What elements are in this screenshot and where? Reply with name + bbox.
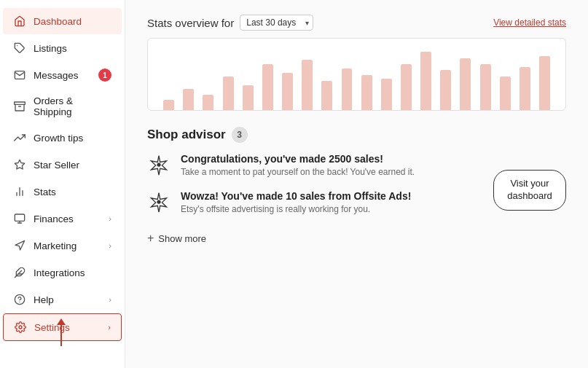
sidebar-item-integrations[interactable]: Integrations xyxy=(3,259,122,286)
advisor-starburst-icon-1 xyxy=(147,190,170,214)
stats-period-dropdown[interactable]: Last 30 days xyxy=(240,15,313,31)
stats-chart xyxy=(147,38,566,111)
sidebar-item-finances[interactable]: Finances › xyxy=(3,205,122,232)
advisor-text-0: Congratulations, you've made 2500 sales!… xyxy=(181,153,415,177)
finances-chevron-icon: › xyxy=(109,214,111,223)
sidebar-item-star-seller[interactable]: Star Seller xyxy=(3,152,122,178)
svg-point-15 xyxy=(157,163,160,166)
visit-btn-line1: Visit your xyxy=(510,178,549,189)
advisor-title-1: Wowza! You've made 10 sales from Offsite… xyxy=(181,190,411,202)
stats-overview-label: Stats overview for xyxy=(147,17,234,29)
finances-icon xyxy=(13,212,26,225)
help-chevron-icon: › xyxy=(109,295,111,304)
box-icon xyxy=(13,100,26,113)
envelope-icon xyxy=(13,68,26,82)
sidebar-item-growth-tips[interactable]: Growth tips xyxy=(3,125,122,151)
sidebar-item-dashboard-label: Dashboard xyxy=(34,16,111,27)
stats-overview-header: Stats overview for Last 30 days View det… xyxy=(147,15,566,31)
svg-point-16 xyxy=(157,200,160,203)
messages-badge: 1 xyxy=(98,68,111,82)
advisor-starburst-icon-0 xyxy=(147,153,170,176)
sidebar-item-dashboard[interactable]: Dashboard xyxy=(3,8,122,34)
sidebar-item-growth-label: Growth tips xyxy=(34,133,111,144)
sidebar-item-listings[interactable]: Listings xyxy=(3,35,122,61)
sidebar-item-star-seller-label: Star Seller xyxy=(34,160,111,171)
show-more-label: Show more xyxy=(158,233,206,244)
sidebar-item-orders-shipping[interactable]: Orders & Shipping xyxy=(3,89,122,124)
sidebar-item-listings-label: Listings xyxy=(34,43,111,54)
sidebar: Dashboard Listings Messages 1 xyxy=(0,0,125,368)
arrow-up-icon xyxy=(60,324,62,346)
sidebar-item-marketing-label: Marketing xyxy=(34,240,101,251)
puzzle-icon xyxy=(13,266,26,279)
sidebar-item-marketing[interactable]: Marketing › xyxy=(3,232,122,259)
stats-period-dropdown-wrapper[interactable]: Last 30 days xyxy=(240,15,313,31)
sidebar-item-help[interactable]: Help › xyxy=(3,286,122,313)
star-icon xyxy=(13,158,26,171)
settings-chevron-icon: › xyxy=(108,323,111,332)
visit-btn-line2: dashboard xyxy=(507,190,552,201)
shop-advisor-count-badge: 3 xyxy=(232,127,248,143)
sidebar-item-messages[interactable]: Messages 1 xyxy=(3,62,122,88)
show-more-button[interactable]: + Show more xyxy=(147,232,566,245)
svg-rect-7 xyxy=(15,214,24,221)
marketing-chevron-icon: › xyxy=(109,241,111,250)
advisor-item-1: Wowza! You've made 10 sales from Offsite… xyxy=(147,190,493,214)
sidebar-item-stats[interactable]: Stats xyxy=(3,179,122,205)
advisor-text-1: Wowza! You've made 10 sales from Offsite… xyxy=(181,190,411,214)
advisor-desc-0: Take a moment to pat yourself on the bac… xyxy=(181,167,415,177)
advisor-desc-1: Etsy's offsite advertising is really wor… xyxy=(181,204,411,214)
sidebar-item-settings[interactable]: Settings › xyxy=(3,313,122,341)
visit-dashboard-button[interactable]: Visit your dashboard xyxy=(493,170,566,211)
question-icon xyxy=(13,293,26,306)
sidebar-item-orders-label: Orders & Shipping xyxy=(34,95,111,117)
view-detailed-stats-link[interactable]: View detailed stats xyxy=(493,17,566,28)
advisor-item-0: Congratulations, you've made 2500 sales!… xyxy=(147,153,493,177)
chart-line-icon xyxy=(13,131,26,144)
sidebar-item-settings-label: Settings xyxy=(34,322,101,333)
advisor-row: Congratulations, you've made 2500 sales!… xyxy=(147,153,566,227)
sidebar-item-finances-label: Finances xyxy=(34,214,101,224)
svg-marker-3 xyxy=(15,160,24,169)
shop-advisor-title: Shop advisor xyxy=(147,128,226,142)
sidebar-item-stats-label: Stats xyxy=(34,187,111,197)
bar-chart-icon xyxy=(13,185,26,198)
sidebar-item-messages-label: Messages xyxy=(34,70,91,81)
advisor-title-0: Congratulations, you've made 2500 sales! xyxy=(181,153,415,165)
stats-overview-title: Stats overview for Last 30 days xyxy=(147,15,313,31)
scroll-arrow xyxy=(60,324,62,346)
plus-icon: + xyxy=(147,232,154,245)
gear-icon xyxy=(14,321,27,334)
advisor-items-group: Congratulations, you've made 2500 sales!… xyxy=(147,153,493,227)
megaphone-icon xyxy=(13,239,26,252)
tag-icon xyxy=(13,42,26,55)
svg-point-14 xyxy=(19,326,22,329)
sidebar-item-integrations-label: Integrations xyxy=(34,267,111,278)
home-icon xyxy=(13,15,26,28)
sidebar-item-help-label: Help xyxy=(34,294,101,305)
shop-advisor-header: Shop advisor 3 xyxy=(147,127,566,143)
main-content: Stats overview for Last 30 days View det… xyxy=(125,0,588,368)
svg-rect-1 xyxy=(15,102,26,104)
